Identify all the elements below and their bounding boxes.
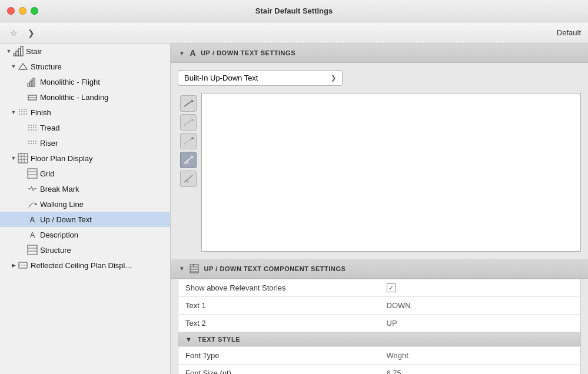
toggle-walking-line: [19, 200, 27, 208]
sidebar-item-structure2[interactable]: Structure: [0, 242, 170, 258]
table-row-text-style-header: ▼ TEXT STYLE: [178, 332, 581, 347]
preview-btn-5[interactable]: A: [180, 171, 197, 187]
finish-icon: [18, 107, 28, 118]
title-bar: Stair Default Settings: [0, 0, 588, 22]
sidebar-item-stair[interactable]: ▼ Stair: [0, 44, 170, 59]
table-row-font-type: Font Type Wright: [178, 347, 581, 365]
text1-value: DOWN: [380, 297, 581, 315]
preview-icons-column: A A: [178, 93, 199, 189]
walking-line-icon: [27, 199, 38, 209]
minimize-button[interactable]: [19, 7, 26, 15]
section1-icon: A: [190, 48, 196, 58]
sidebar-item-reflected-ceiling[interactable]: ▶ Reflected Ceiling Plan Displ...: [0, 258, 170, 273]
built-in-dropdown[interactable]: Built-In Up-Down Text ❯: [178, 70, 343, 86]
section2-icon: A: [190, 263, 199, 273]
table-row-text2: Text 2 UP: [178, 315, 581, 332]
sidebar-label-break-mark: Break Mark: [40, 185, 79, 193]
toggle-stair[interactable]: ▼: [5, 47, 13, 55]
sidebar-item-up-down-text[interactable]: A Up / Down Text: [0, 212, 170, 227]
svg-marker-29: [35, 203, 37, 205]
toggle-riser: [19, 139, 27, 147]
dropdown-label: Built-In Up-Down Text: [184, 74, 258, 82]
show-above-checkbox[interactable]: ✓: [387, 283, 396, 292]
svg-rect-30: [28, 245, 37, 255]
toggle-finish[interactable]: ▼: [9, 108, 18, 116]
text-style-label: TEXT STYLE: [198, 336, 240, 343]
sidebar-label-up-down-text: Up / Down Text: [40, 215, 92, 224]
default-label[interactable]: Default: [557, 28, 581, 37]
toggle-structure[interactable]: ▼: [9, 62, 18, 71]
table-row-show-above: Show above Relevant Stories ✓: [178, 279, 581, 297]
dropdown-arrow-icon: ❯: [331, 74, 336, 82]
close-button[interactable]: [7, 7, 15, 15]
svg-rect-8: [33, 78, 35, 86]
section2-content: Show above Relevant Stories ✓ Text 1 DOW…: [171, 279, 588, 374]
sidebar-item-tread[interactable]: Tread: [0, 120, 170, 135]
sidebar-item-walking-line[interactable]: Walking Line: [0, 196, 170, 212]
sidebar-item-description[interactable]: A Description: [0, 227, 170, 242]
show-above-label: Show above Relevant Stories: [178, 279, 380, 297]
window-title: Stair Default Settings: [255, 6, 333, 15]
toggle-structure2: [19, 246, 27, 254]
sidebar-item-structure[interactable]: ▼ Structure: [0, 59, 170, 74]
font-size-label: Font Size (pt): [178, 365, 380, 374]
sidebar-item-riser[interactable]: Riser: [0, 135, 170, 151]
toggle-up-down-text: [19, 215, 27, 223]
sidebar-label-description: Description: [40, 231, 78, 239]
riser-icon: [27, 138, 38, 148]
preview-btn-2[interactable]: [180, 114, 197, 131]
mono-landing-icon: [27, 92, 38, 102]
table-row-font-size: Font Size (pt) 6.75: [178, 365, 581, 374]
sidebar-item-grid[interactable]: Grid: [0, 166, 170, 181]
text2-value: UP: [380, 315, 581, 332]
grid-icon: [27, 168, 38, 179]
svg-line-37: [184, 119, 192, 125]
reflected-icon: [18, 260, 28, 271]
sidebar-item-monolithic-landing[interactable]: Monolithic - Landing: [0, 89, 170, 105]
text2-label: Text 2: [178, 315, 380, 332]
sidebar-label-stair: Stair: [26, 47, 42, 56]
sidebar-label-tread: Tread: [40, 123, 59, 132]
favorite-icon[interactable]: ☆: [7, 26, 20, 39]
svg-line-39: [184, 138, 192, 144]
toggle-fpd[interactable]: ▼: [9, 154, 18, 162]
font-type-label: Font Type: [178, 347, 380, 365]
preview-btn-4[interactable]: A: [180, 152, 197, 168]
section2-title: UP / DOWN TEXT COMPONENT SETTINGS: [204, 265, 346, 272]
toggle-description: [19, 231, 27, 239]
sidebar-item-monolithic-flight[interactable]: Monolithic - Flight: [0, 74, 170, 89]
sidebar-item-floor-plan-display[interactable]: ▼ Floor Plan Display: [0, 151, 170, 166]
svg-text:A: A: [186, 179, 189, 183]
svg-text:A: A: [192, 264, 195, 267]
svg-marker-38: [191, 118, 194, 121]
sidebar: ▼ Stair ▼ Structure Monolithic - Flight: [0, 44, 171, 374]
sidebar-label-structure: Structure: [31, 62, 62, 71]
mono-flight-icon: [27, 76, 38, 87]
section2-toggle[interactable]: ▼: [179, 265, 185, 272]
toggle-tread: [19, 123, 27, 132]
sidebar-label-mono-landing: Monolithic - Landing: [40, 93, 108, 102]
window-controls[interactable]: [7, 7, 38, 15]
checkbox-cell: ✓: [387, 283, 574, 292]
section2-header: ▼ A UP / DOWN TEXT COMPONENT SETTINGS: [171, 259, 588, 279]
forward-icon[interactable]: ❯: [25, 26, 38, 39]
main-layout: ▼ Stair ▼ Structure Monolithic - Flight: [0, 44, 588, 374]
preview-btn-1[interactable]: [180, 95, 197, 112]
dropdown-row: Built-In Up-Down Text ❯: [178, 70, 581, 86]
preview-btn-3[interactable]: [180, 133, 197, 149]
sidebar-item-finish[interactable]: ▼ Finish: [0, 105, 170, 120]
font-type-value: Wright: [380, 347, 581, 365]
toggle-reflected[interactable]: ▶: [9, 261, 18, 269]
sidebar-item-break-mark[interactable]: Break Mark: [0, 181, 170, 196]
sidebar-label-reflected: Reflected Ceiling Plan Displ...: [31, 261, 131, 270]
sidebar-label-grid: Grid: [40, 169, 55, 178]
sidebar-label-mono-flight: Monolithic - Flight: [40, 78, 100, 86]
text-style-header: ▼ TEXT STYLE: [178, 332, 581, 347]
text-style-toggle[interactable]: ▼: [185, 336, 192, 343]
maximize-button[interactable]: [31, 7, 38, 15]
toolbar: ☆ ❯ Default: [0, 22, 588, 44]
text1-label: Text 1: [178, 297, 380, 315]
stair-icon: [13, 46, 24, 56]
sidebar-label-fpd: Floor Plan Display: [31, 154, 93, 163]
section1-toggle[interactable]: ▼: [179, 50, 185, 56]
